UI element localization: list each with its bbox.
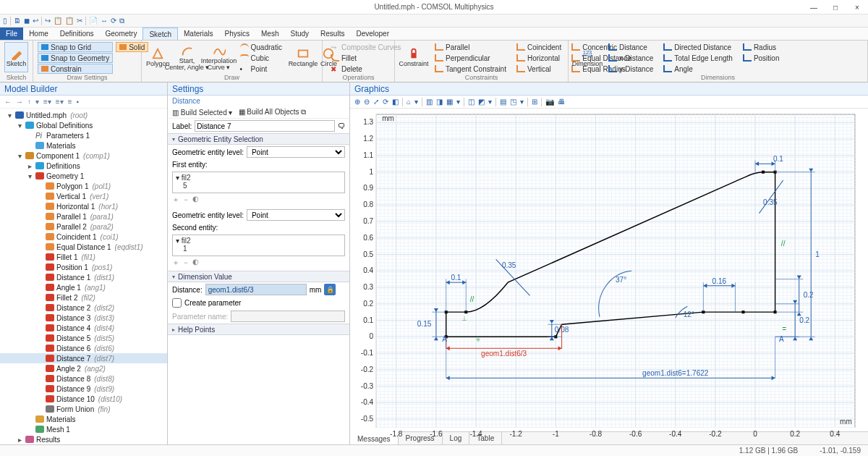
mb-tool-1[interactable]: →	[16, 98, 23, 106]
qat-btn-6[interactable]: 📋	[65, 17, 74, 25]
dim-x-distance[interactable]: x-Distance	[605, 53, 657, 63]
gfx-tool-0[interactable]: ⊕	[354, 98, 360, 106]
tab-study[interactable]: Study	[284, 28, 315, 40]
tab-materials[interactable]: Materials	[178, 28, 219, 40]
qat-btn-9[interactable]: ↔	[101, 17, 108, 25]
tree-position-1[interactable]: Position 1(pos1)	[0, 262, 167, 272]
gfx-tool-25[interactable]: 🖶	[558, 98, 565, 106]
tree-coincident-1[interactable]: Coincident 1(coi1)	[0, 232, 167, 242]
tree-distance-3[interactable]: Distance 3(dist3)	[0, 313, 167, 323]
gfx-tool-11[interactable]: ▦	[446, 98, 453, 106]
quadratic-button[interactable]: Quadratic	[237, 42, 286, 52]
dimension-button[interactable]: 123Dimension	[573, 42, 602, 72]
rectangle-button[interactable]: Rectangle	[289, 42, 318, 72]
gfx-tool-22[interactable]: ⊞	[532, 98, 537, 106]
tree-parallel-1[interactable]: Parallel 1(para1)	[0, 211, 167, 221]
constraint-button[interactable]: Constraint	[399, 42, 428, 72]
tree-distance-2[interactable]: Distance 2(dist2)	[0, 303, 167, 313]
point-button[interactable]: •Point	[237, 64, 286, 74]
tree-global-definitions[interactable]: ▾Global Definitions	[0, 120, 167, 130]
add-icon[interactable]: ＋	[172, 195, 179, 205]
dim-y-distance[interactable]: y-Distance	[605, 64, 657, 74]
mb-tool-0[interactable]: ←	[4, 98, 12, 106]
tree-definitions[interactable]: ▸Definitions	[0, 161, 167, 171]
qat-btn-5[interactable]: 📋	[54, 17, 62, 25]
tab-geometry[interactable]: Geometry	[100, 28, 143, 40]
tree-horizontal-1[interactable]: Horizontal 1(hor1)	[0, 201, 167, 211]
tab-sketch[interactable]: Sketch	[142, 28, 178, 40]
dim-directed-distance[interactable]: Directed Distance	[660, 42, 736, 52]
constrain[interactable]: Constrain	[38, 64, 113, 74]
label-input[interactable]	[195, 120, 335, 132]
tree-vertical-1[interactable]: Vertical 1(ver1)	[0, 191, 167, 201]
dim-distance[interactable]: Distance	[605, 42, 657, 52]
tab-definitions[interactable]: Definitions	[54, 28, 100, 40]
delete-button[interactable]: ✖Delete	[327, 64, 404, 74]
tree-materials[interactable]: Materials	[0, 414, 167, 424]
qat-btn-11[interactable]: ⧉	[119, 17, 124, 25]
gfx-tool-4[interactable]: ◧	[392, 98, 399, 106]
sketch-button[interactable]: Sketch	[4, 42, 28, 72]
section-dimension-value[interactable]: Dimension Value	[168, 271, 349, 282]
dim-position[interactable]: Position	[739, 53, 783, 63]
constraint-horizontal[interactable]: Horizontal	[513, 53, 565, 63]
gfx-tool-16[interactable]: ▾	[488, 98, 492, 106]
gfx-tool-7[interactable]: ▾	[414, 98, 418, 106]
tree-distance-10[interactable]: Distance 10(dist10)	[0, 394, 167, 404]
tree-parameters-1[interactable]: PiParameters 1	[0, 130, 167, 140]
tree-distance-6[interactable]: Distance 6(dist6)	[0, 343, 167, 353]
cubic-button[interactable]: Cubic	[237, 53, 286, 63]
gfx-tool-15[interactable]: ◩	[478, 98, 485, 106]
gfx-tool-20[interactable]: ▾	[520, 98, 524, 106]
gfx-tool-1[interactable]: ⊖	[364, 98, 370, 106]
tree-untitled.mph[interactable]: ▾Untitled.mph(root)	[0, 110, 167, 120]
tree-distance-4[interactable]: Distance 4(dist4)	[0, 323, 167, 333]
gfx-tool-24[interactable]: 📷	[545, 98, 554, 106]
fillet-button[interactable]: Fillet	[327, 53, 404, 63]
arc-button[interactable]: Start, Center, Angle ▾	[173, 42, 202, 72]
model-tree[interactable]: ▾Untitled.mph(root)▾Global DefinitionsPi…	[0, 109, 167, 444]
constraint-perpendicular[interactable]: Perpendicular	[431, 53, 510, 63]
gfx-tool-3[interactable]: ⟳	[383, 98, 388, 106]
gfx-tool-9[interactable]: ▥	[426, 98, 433, 106]
window-minimize[interactable]: —	[803, 0, 825, 14]
mb-tool-2[interactable]: ↑	[27, 98, 31, 106]
distance-input[interactable]	[205, 284, 307, 295]
tree-polygon-1[interactable]: Polygon 1(pol1)	[0, 181, 167, 191]
tree-parallel-2[interactable]: Parallel 2(para2)	[0, 221, 167, 232]
mb-tool-7[interactable]: ▪	[77, 98, 80, 106]
section-geo-entity[interactable]: Geometric Entity Selection	[168, 133, 349, 145]
tag-icon[interactable]: 🗨	[338, 122, 345, 130]
dim-radius[interactable]: Radius	[739, 42, 783, 52]
qat-btn-7[interactable]: ✂	[77, 17, 82, 25]
dim-angle[interactable]: Angle	[660, 64, 736, 74]
create-parameter-check[interactable]	[172, 298, 182, 308]
composite-curves[interactable]: ⤳Composite Curves	[327, 42, 404, 52]
qat-btn-3[interactable]: ↩	[33, 17, 38, 25]
window-maximize[interactable]: □	[825, 0, 846, 14]
gfx-tool-2[interactable]: ⤢	[373, 98, 379, 106]
build-selected[interactable]: ▥ Build Selected ▾	[172, 109, 233, 117]
gfx-tool-12[interactable]: ▾	[456, 98, 460, 106]
qat-btn-10[interactable]: ⟳	[111, 17, 116, 25]
tab-physics[interactable]: Physics	[219, 28, 255, 40]
second-entity-list[interactable]: ▾ fil2 1	[172, 235, 345, 256]
toggle-icon[interactable]: ◐	[192, 195, 199, 205]
qat-btn-1[interactable]: 🗎	[14, 17, 21, 25]
gfx-tool-10[interactable]: ◨	[436, 98, 443, 106]
constraint-parallel[interactable]: Parallel	[431, 42, 510, 52]
graphics-canvas[interactable]: -1.8-1.6-1.4-1.2-1-0.8-0.6-0.4-0.200.20.…	[350, 109, 868, 431]
build-all[interactable]: ▦ Build All Objects ⧉	[239, 108, 307, 117]
tree-distance-5[interactable]: Distance 5(dist5)	[0, 333, 167, 343]
tree-distance-8[interactable]: Distance 8(dist8)	[0, 373, 167, 384]
snap-to-geometry[interactable]: Snap to Geometry	[38, 53, 113, 63]
tree-angle-1[interactable]: Angle 1(ang1)	[0, 282, 167, 292]
tab-mesh[interactable]: Mesh	[255, 28, 284, 40]
tree-results[interactable]: ▸Results	[0, 434, 167, 444]
tree-mesh-1[interactable]: Mesh 1	[0, 424, 167, 434]
tab-home[interactable]: Home	[23, 28, 54, 40]
constraint-coincident[interactable]: Coincident	[513, 42, 565, 52]
tree-component-1[interactable]: ▾Component 1(comp1)	[0, 151, 167, 161]
tree-angle-2[interactable]: Angle 2(ang2)	[0, 363, 167, 373]
constraint-tangent-constraint[interactable]: Tangent Constraint	[431, 64, 510, 74]
